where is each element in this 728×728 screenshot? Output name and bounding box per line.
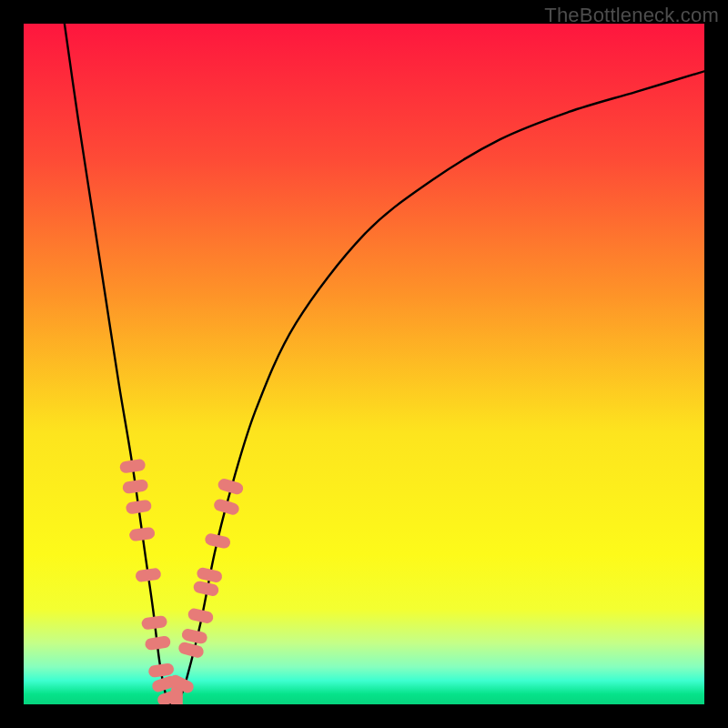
chart-background (24, 24, 704, 704)
plot-area (24, 24, 704, 704)
watermark-text: TheBottleneck.com (544, 4, 719, 27)
chart-svg (24, 24, 704, 704)
outer-frame: TheBottleneck.com (0, 0, 728, 728)
